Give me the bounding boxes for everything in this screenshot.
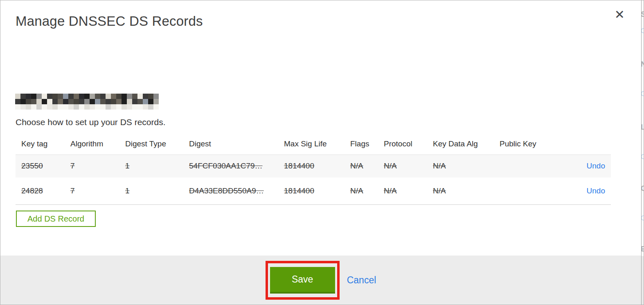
- cell-protocol: N/A: [378, 155, 427, 177]
- save-button[interactable]: Save: [270, 267, 335, 294]
- cell-actions: Undo: [551, 177, 611, 204]
- cell-digest-type: 1: [119, 177, 183, 204]
- column-header-key-tag: Key tag: [16, 138, 65, 155]
- dnssec-modal: ✕ Manage DNSSEC DS Records Choose how to…: [0, 0, 642, 305]
- cell-algorithm: 7: [65, 155, 119, 177]
- cell-max-sig-life: 1814400: [278, 177, 345, 204]
- column-header-max-sig-life: Max Sig Life: [278, 138, 345, 155]
- domain-name-redacted: [15, 94, 159, 110]
- column-header-digest-type: Digest Type: [119, 138, 183, 155]
- cell-public-key: [494, 155, 551, 177]
- cell-digest-type: 1: [119, 155, 183, 177]
- cell-public-key: [494, 177, 551, 204]
- undo-link[interactable]: Undo: [587, 186, 605, 195]
- close-icon[interactable]: ✕: [615, 9, 625, 21]
- cell-key-data-alg: N/A: [427, 177, 494, 204]
- cell-algorithm: 7: [65, 177, 119, 204]
- cell-actions: Undo: [551, 155, 611, 177]
- cell-digest: 54FCF030AA1C79…: [183, 155, 278, 177]
- redacted-pixel-row: [15, 94, 159, 99]
- column-header-digest: Digest: [183, 138, 278, 155]
- cell-max-sig-life: 1814400: [278, 155, 345, 177]
- column-header-algorithm: Algorithm: [65, 138, 119, 155]
- column-header-public-key: Public Key: [494, 138, 551, 155]
- column-header-flags: Flags: [345, 138, 378, 155]
- column-header-protocol: Protocol: [378, 138, 427, 155]
- cell-key-data-alg: N/A: [427, 155, 494, 177]
- annotation-red-box: Save: [266, 261, 340, 300]
- cell-key-tag: 23550: [16, 155, 65, 177]
- cell-key-tag: 24828: [16, 177, 65, 204]
- table-row: 2482871D4A33E8DD550A9…1814400N/AN/AN/AUn…: [16, 177, 611, 204]
- table-header-row: Key tagAlgorithmDigest TypeDigestMax Sig…: [16, 138, 611, 155]
- add-ds-record-button[interactable]: Add DS Record: [16, 211, 96, 227]
- column-header-key-data-alg: Key Data Alg: [427, 138, 494, 155]
- table-row: 235507154FCF030AA1C79…1814400N/AN/AN/AUn…: [16, 155, 611, 177]
- screenshot-page: SNLCEOOOO ✕ Manage DNSSEC DS Records Cho…: [0, 0, 644, 305]
- cell-protocol: N/A: [378, 177, 427, 204]
- cell-flags: N/A: [345, 155, 378, 177]
- cell-flags: N/A: [345, 177, 378, 204]
- cell-digest: D4A33E8DD550A9…: [183, 177, 278, 204]
- instruction-text: Choose how to set up your DS records.: [16, 117, 166, 127]
- ds-records-table: Key tagAlgorithmDigest TypeDigestMax Sig…: [16, 138, 611, 205]
- cancel-link[interactable]: Cancel: [347, 275, 376, 286]
- undo-link[interactable]: Undo: [587, 161, 605, 170]
- page-title: Manage DNSSEC DS Records: [16, 13, 203, 29]
- column-header-actions: [551, 138, 611, 155]
- redacted-pixel-row: [15, 99, 159, 104]
- redacted-pixel-row: [15, 104, 159, 110]
- modal-footer: Save Cancel: [0, 256, 641, 305]
